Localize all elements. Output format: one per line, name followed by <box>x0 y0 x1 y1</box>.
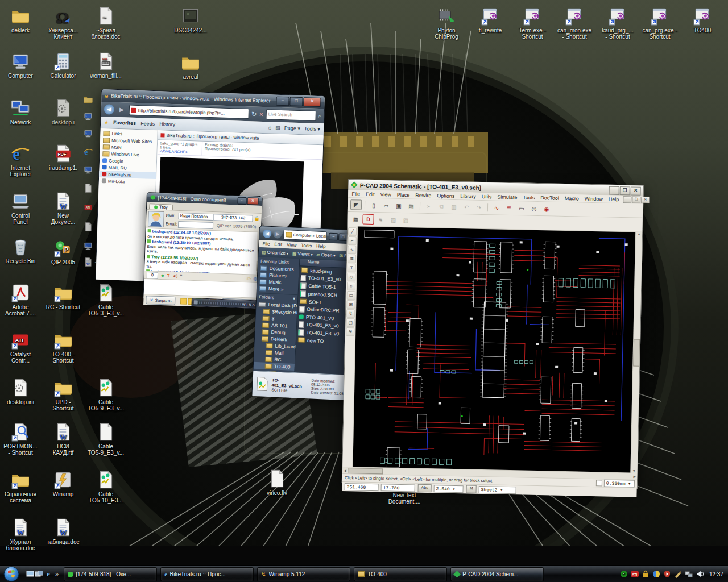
desktop-icon-can-mon[interactable]: can_mon.exe - Shortcut <box>554 5 595 40</box>
desktop-icon-help-system[interactable]: Справочная система <box>0 468 41 504</box>
list-view-button[interactable]: ≡ <box>375 214 386 225</box>
desktop-icon-term-exe[interactable]: Term.exe - Shortcut <box>512 5 553 40</box>
desktop-icon-desktop-ini-1[interactable]: desktop.ini <box>0 376 41 405</box>
tools-menu[interactable]: Tools ▾ <box>304 126 320 132</box>
desktop-icon-dsc04242[interactable]: DSC04242... <box>170 5 211 34</box>
pcad-tool-0[interactable]: ╱ <box>348 227 357 236</box>
taskbar-button-pcadbtn[interactable]: P-CAD 2004 Schem... <box>450 567 544 581</box>
lib-1-button[interactable]: ▨ <box>387 214 399 225</box>
desktop-icon-rc-shortcut[interactable]: RC - Shortcut <box>43 281 84 310</box>
desktop-icon-upd-shortcut[interactable]: UPD - Shortcut <box>43 376 84 411</box>
coord-x-field[interactable]: 251.460 <box>345 483 379 490</box>
step-select[interactable]: 2.540 ▾ <box>433 485 463 493</box>
desktop-icon-network[interactable]: Network <box>0 97 41 126</box>
desktop-icon-adobe-acrobat[interactable]: Adobe Acrobat 7.... <box>0 281 41 317</box>
address-bar[interactable]: http://biketrials.ru/board/viewtopic.php… <box>129 105 250 119</box>
desktop-icon-recycle-bin[interactable]: Recycle Bin <box>0 235 41 264</box>
desktop-icon-cable-to5-10[interactable]: Cable TO5-10_E3... <box>85 468 126 504</box>
desktop-icon-catalyst[interactable]: ATICatalyst Contr... <box>0 329 41 364</box>
minimize-button[interactable]: – <box>276 97 289 106</box>
stop-icon[interactable]: ✕ <box>259 111 264 117</box>
macro-record-button[interactable]: M <box>466 485 476 493</box>
redo-button[interactable]: ↷ <box>473 202 485 213</box>
window-chat[interactable]: [174-509-818] - Окно сообщений – ✕ Troy … <box>143 192 262 303</box>
quick-launch-ie[interactable]: e <box>44 569 53 579</box>
breadcrumb-segment[interactable]: Local Disk (D:) <box>316 233 327 239</box>
explorer-menu-tools[interactable]: Tools <box>301 243 312 248</box>
name-field[interactable]: Иван Потапов <box>178 212 213 220</box>
pcad-menu-window[interactable]: Window <box>585 196 603 202</box>
grid-spacing-select[interactable]: 0.350mm ▾ <box>604 480 635 488</box>
abs-rel-button[interactable]: Abs <box>417 484 431 492</box>
pcad-tool-6[interactable]: ○ <box>347 282 355 290</box>
desktop-icon-kaud-prg[interactable]: kaud_prg_... - Shortcut <box>597 5 638 40</box>
search-icon[interactable]: ⌕ <box>318 113 321 119</box>
breadcrumb-segment[interactable]: Computer <box>293 232 312 238</box>
tray-icon-lock[interactable] <box>641 569 650 579</box>
desktop-icon-woman-fill[interactable]: XXIwoman_fill... <box>85 50 126 79</box>
pcad-menu-library[interactable]: Library <box>460 193 476 199</box>
save-file-button[interactable]: ▣ <box>393 201 404 211</box>
pcad-tool-7[interactable]: ▭ <box>347 291 355 300</box>
clock[interactable]: 12:37 <box>709 571 723 577</box>
favorites-button[interactable]: Favorites <box>113 120 136 126</box>
pcad-menu-macro[interactable]: Macro <box>565 195 579 201</box>
smiley-icon[interactable]: ☻ <box>160 273 165 278</box>
chat-tab-troy[interactable]: Troy <box>149 203 173 210</box>
pcad-menu-simulate[interactable]: Simulate <box>497 194 517 200</box>
pcad-tool-2[interactable]: ∿ <box>348 246 356 254</box>
pcad-tool-3[interactable]: ≣ <box>348 255 356 263</box>
cut-button[interactable]: ✂ <box>423 201 435 211</box>
favorite-link-more[interactable]: More » <box>257 285 298 293</box>
restore-button[interactable]: ❐ <box>620 186 630 195</box>
history-folder-icon[interactable]: 🗁 <box>247 276 251 281</box>
back-button[interactable]: ◀ <box>263 229 272 238</box>
quick-launch-show-desktop[interactable] <box>26 569 35 579</box>
desktop-icon-psi-kaud[interactable]: WПСИ КАУД.rtf <box>43 421 84 456</box>
desktop-icon-control-panel[interactable]: Control Panel <box>0 190 41 225</box>
desktop-icon-vinco-flv[interactable]: vinco.flv <box>257 467 297 496</box>
pcad-tool-11[interactable]: ≋ <box>346 327 354 336</box>
tray-icon-gtalk[interactable] <box>652 569 661 579</box>
pcad-menu-rewire[interactable]: Rewire <box>415 192 431 198</box>
pcad-canvas[interactable] <box>353 226 635 472</box>
tray-icon-ati[interactable]: ATI <box>630 569 639 579</box>
tray-icon-vol[interactable] <box>695 569 704 579</box>
close-chat-button[interactable]: ✕Закрыть <box>146 296 176 305</box>
place-wire-button[interactable]: ∿ <box>491 202 502 213</box>
desktop-icon-winamp[interactable]: Winamp <box>43 468 84 497</box>
forward-button[interactable]: ▶ <box>117 105 127 115</box>
lib-2-button[interactable]: ▨ <box>400 215 411 225</box>
uin-field[interactable]: 347-673-142 <box>213 214 253 222</box>
print-button[interactable]: ▤ <box>406 201 417 211</box>
desktop-icon-univ-client[interactable]: ΩУниверса... Клиент <box>43 5 84 40</box>
quick-launch-switcher[interactable] <box>35 569 44 579</box>
window-pcad[interactable]: P-CAD 2004 Schematic - [TO-401_E3_v0.sch… <box>342 179 644 489</box>
explorer-menu-file[interactable]: File <box>262 241 270 247</box>
pcad-menu-tools[interactable]: Tools <box>523 194 535 200</box>
sound-icon[interactable]: ◄) <box>172 273 177 278</box>
desktop-icon-tablica-doc[interactable]: Wтаблица.doc <box>43 516 84 545</box>
back-button[interactable]: ◀ <box>104 104 115 115</box>
views-button[interactable]: ▦Views▾ <box>292 251 313 257</box>
taskbar-button-chat[interactable]: [174-509-818] - Окн... <box>64 567 157 581</box>
desktop-icon-internet-explorer[interactable]: eInternet Explorer <box>0 142 41 177</box>
chat-message-log[interactable]: bashguard (12:24:42 1/02/2007)он в москв… <box>144 228 260 275</box>
desktop-icon-cable-to5-9a[interactable]: Cable TO5-9_E3_v... <box>85 376 126 411</box>
doc-close-button[interactable]: ✕ <box>641 196 650 203</box>
close-button[interactable]: ✕ <box>303 97 321 107</box>
email-field[interactable] <box>178 221 213 228</box>
start-button[interactable] <box>3 566 20 582</box>
pcad-tool-9[interactable]: ↯ <box>346 309 355 318</box>
desktop-icon-portmon[interactable]: PORTMON... - Shortcut <box>0 421 41 456</box>
favorites-star-icon[interactable]: ★ <box>104 119 109 125</box>
quote-icon[interactable]: ❝ <box>180 273 182 278</box>
undo-button[interactable]: ↶ <box>461 202 472 212</box>
taskbar-button-iebtn[interactable]: eBikeTrials.ru :: Прос... <box>160 567 254 581</box>
desktop-icon-tmp-doc[interactable]: ~~$рнал блоков.doc <box>85 5 126 40</box>
desktop-icon-cable-to5-3[interactable]: Cable TO5-3_E3_v... <box>85 281 126 317</box>
close-button[interactable]: ✕ <box>247 197 258 205</box>
pcad-tool-10[interactable]: ▢ <box>346 318 355 327</box>
maximize-button[interactable]: □ <box>289 97 303 106</box>
paste-button[interactable]: ▥ <box>448 202 460 212</box>
